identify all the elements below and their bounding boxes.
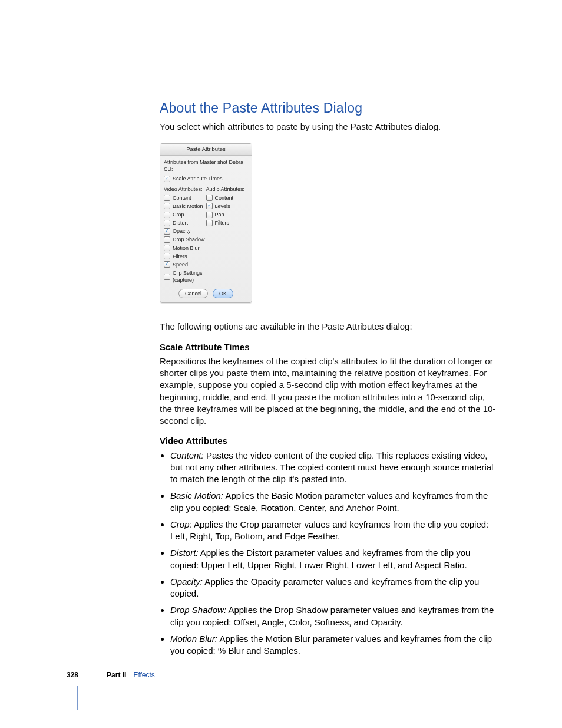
checkbox-icon bbox=[206, 212, 213, 218]
checkbox-content[interactable]: Content bbox=[206, 194, 249, 202]
checkbox-label: Filters bbox=[173, 253, 187, 260]
checkbox-label: Levels bbox=[215, 203, 230, 210]
audio-attributes-header: Audio Attributes: bbox=[206, 186, 249, 193]
bullet-term: Basic Motion: bbox=[170, 490, 223, 500]
video-attributes-header: Video Attributes: bbox=[164, 186, 206, 193]
page-footer: 328 Part II Effects bbox=[67, 670, 155, 680]
checkbox-motion-blur[interactable]: Motion Blur bbox=[164, 244, 206, 252]
checkbox-drop-shadow[interactable]: Drop Shadow bbox=[164, 235, 206, 243]
checkbox-label: Scale Attribute Times bbox=[173, 175, 223, 182]
page-heading: About the Paste Attributes Dialog bbox=[160, 99, 497, 117]
checkbox-icon bbox=[164, 203, 170, 209]
checkbox-crop[interactable]: Crop bbox=[164, 210, 206, 219]
checkbox-icon bbox=[164, 236, 170, 243]
dialog-title: Paste Attributes bbox=[160, 144, 252, 156]
bullet-term: Distort: bbox=[170, 548, 199, 558]
checkbox-icon bbox=[164, 220, 170, 226]
bullet-desc: Pastes the video content of the copied c… bbox=[170, 450, 493, 485]
checkbox-label: Content bbox=[215, 195, 234, 202]
checkbox-icon bbox=[164, 274, 170, 280]
followup-text: The following options are available in t… bbox=[160, 321, 497, 332]
checkbox-icon bbox=[164, 195, 170, 201]
checkbox-speed[interactable]: ✓Speed bbox=[164, 261, 206, 269]
scale-description: Repositions the keyframes of the copied … bbox=[160, 355, 497, 427]
paste-attributes-dialog: Paste Attributes Attributes from Master … bbox=[160, 143, 252, 303]
checkbox-filters[interactable]: Filters bbox=[206, 219, 249, 227]
checkbox-clip-settings-capture-[interactable]: Clip Settings (capture) bbox=[164, 269, 206, 284]
video-attributes-term: Video Attributes bbox=[160, 435, 497, 447]
checkbox-distort[interactable]: Distort bbox=[164, 219, 206, 227]
list-item: Drop Shadow: Applies the Drop Shadow par… bbox=[170, 604, 497, 628]
ok-button[interactable]: OK bbox=[213, 289, 233, 298]
checkbox-content[interactable]: Content bbox=[164, 194, 206, 202]
checkbox-label: Drop Shadow bbox=[173, 236, 205, 243]
checkbox-icon: ✓ bbox=[164, 228, 170, 235]
checkbox-basic-motion[interactable]: Basic Motion bbox=[164, 202, 206, 210]
page-number: 328 bbox=[67, 670, 78, 680]
checkbox-icon bbox=[206, 220, 213, 226]
checkbox-label: Clip Settings (capture) bbox=[173, 269, 206, 284]
checkbox-opacity[interactable]: ✓Opacity bbox=[164, 227, 206, 235]
bullet-term: Motion Blur: bbox=[170, 634, 217, 644]
list-item: Content: Pastes the video content of the… bbox=[170, 450, 497, 486]
bullet-desc: Applies the Distort parameter values and… bbox=[170, 548, 470, 569]
checkbox-levels[interactable]: ✓Levels bbox=[206, 202, 249, 210]
checkbox-label: Speed bbox=[173, 261, 188, 268]
checkbox-icon: ✓ bbox=[164, 176, 170, 182]
part-label: Part II bbox=[107, 670, 126, 680]
section-label: Effects bbox=[133, 670, 154, 680]
video-attributes-list: Content: Pastes the video content of the… bbox=[160, 450, 497, 657]
checkbox-label: Basic Motion bbox=[173, 203, 203, 210]
list-item: Motion Blur: Applies the Motion Blur par… bbox=[170, 633, 497, 657]
bullet-term: Opacity: bbox=[170, 577, 203, 587]
bullet-desc: Applies the Motion Blur parameter values… bbox=[170, 634, 492, 655]
checkbox-label: Distort bbox=[173, 219, 188, 226]
checkbox-icon bbox=[206, 195, 213, 201]
checkbox-pan[interactable]: Pan bbox=[206, 210, 249, 219]
list-item: Basic Motion: Applies the Basic Motion p… bbox=[170, 490, 497, 514]
bullet-term: Drop Shadow: bbox=[170, 605, 226, 615]
bullet-desc: Applies the Opacity parameter values and… bbox=[170, 577, 479, 598]
checkbox-icon bbox=[164, 245, 170, 251]
intro-text: You select which attributes to paste by … bbox=[160, 121, 497, 133]
checkbox-icon: ✓ bbox=[164, 261, 170, 268]
list-item: Opacity: Applies the Opacity parameter v… bbox=[170, 576, 497, 600]
scale-term: Scale Attribute Times bbox=[160, 341, 497, 353]
checkbox-icon: ✓ bbox=[206, 203, 213, 209]
checkbox-label: Opacity bbox=[173, 228, 191, 235]
checkbox-label: Content bbox=[173, 195, 191, 202]
dialog-subtitle: Attributes from Master shot Debra CU: bbox=[164, 159, 248, 173]
checkbox-icon bbox=[164, 212, 170, 218]
checkbox-filters[interactable]: Filters bbox=[164, 252, 206, 261]
checkbox-label: Filters bbox=[215, 219, 230, 226]
checkbox-label: Crop bbox=[173, 211, 184, 218]
bullet-desc: Applies the Crop parameter values and ke… bbox=[170, 519, 488, 541]
list-item: Crop: Applies the Crop parameter values … bbox=[170, 519, 497, 543]
checkbox-label: Motion Blur bbox=[173, 245, 200, 252]
bullet-term: Content: bbox=[170, 450, 204, 460]
list-item: Distort: Applies the Distort parameter v… bbox=[170, 547, 497, 571]
checkbox-label: Pan bbox=[215, 211, 224, 218]
scale-attribute-times-checkbox[interactable]: ✓ Scale Attribute Times bbox=[164, 174, 248, 183]
bullet-term: Crop: bbox=[170, 519, 192, 529]
cancel-button[interactable]: Cancel bbox=[178, 289, 208, 298]
footer-rule bbox=[77, 686, 78, 710]
checkbox-icon bbox=[164, 253, 170, 259]
